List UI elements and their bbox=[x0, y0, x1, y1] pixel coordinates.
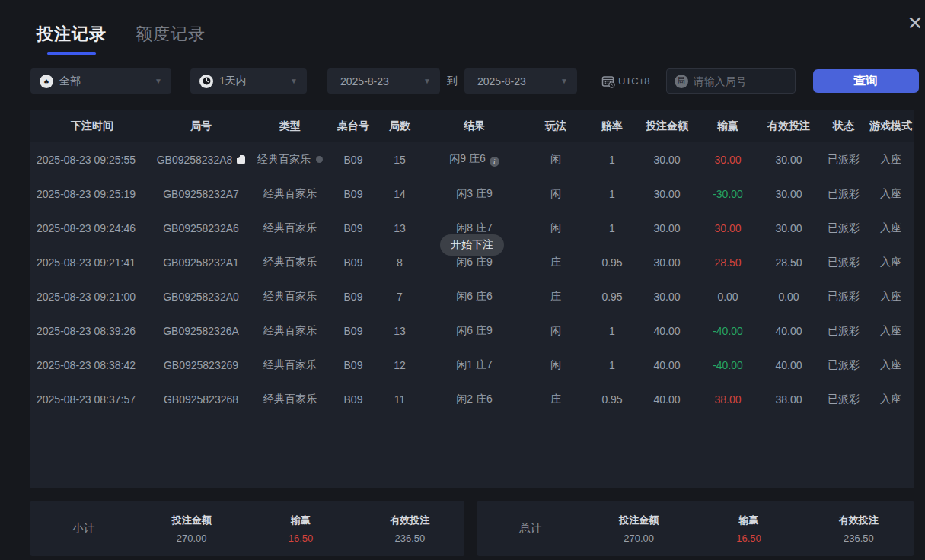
odds: 0.95 bbox=[588, 245, 636, 279]
to-label: 到 bbox=[447, 75, 458, 88]
chevron-down-icon: ▼ bbox=[155, 77, 162, 85]
result-cell: 闲6 庄6i bbox=[425, 279, 524, 313]
game-type-cell: 经典百家乐 bbox=[248, 245, 332, 279]
table-body: 2025-08-23 09:25:55 GB09258232A8 经典百家乐 B… bbox=[30, 142, 914, 416]
win-loss: 28.50 bbox=[697, 245, 758, 279]
win-loss: -30.00 bbox=[697, 177, 758, 211]
valid-bet: 0.00 bbox=[758, 279, 819, 313]
game-mode: 入座 bbox=[868, 382, 914, 416]
date-to-picker[interactable]: 2025-8-23 ▼ bbox=[464, 68, 577, 94]
filter-bar: ♠ 全部 ▼ 1天内 ▼ 2025-8-23 ▼ 到 2025-8-23 ▼ U… bbox=[30, 68, 919, 94]
round-id: GB0925823269 bbox=[164, 359, 238, 371]
result: 闲6 庄6 bbox=[456, 290, 492, 302]
valid-bet: 28.50 bbox=[758, 245, 819, 279]
round-number-input[interactable] bbox=[694, 75, 785, 88]
search-button[interactable]: 查询 bbox=[813, 69, 919, 93]
odds: 1 bbox=[588, 211, 636, 245]
result-cell: 闲2 庄6i bbox=[425, 382, 524, 416]
result: 闲2 庄6 bbox=[456, 393, 492, 405]
bet-time: 2025-08-23 09:25:55 bbox=[30, 142, 154, 177]
table-header: 下注时间局号类型桌台号局数结果玩法赔率投注金额输赢有效投注状态游戏模式 bbox=[30, 110, 914, 142]
game-type-cell: 经典百家乐 bbox=[248, 211, 332, 245]
bet-amount: 30.00 bbox=[636, 177, 697, 211]
play-type: 闲 bbox=[524, 211, 588, 245]
win-loss: -40.00 bbox=[697, 313, 758, 348]
game-mode: 入座 bbox=[868, 245, 914, 279]
column-header: 玩法 bbox=[524, 110, 588, 142]
valid-bet: 30.00 bbox=[758, 211, 819, 245]
close-icon[interactable]: ✕ bbox=[904, 12, 925, 33]
win-loss: -40.00 bbox=[697, 348, 758, 382]
bet-time: 2025-08-23 08:38:42 bbox=[30, 348, 154, 382]
game-type-cell: 经典百家乐 bbox=[248, 142, 332, 177]
info-icon[interactable]: i bbox=[490, 157, 499, 167]
odds: 0.95 bbox=[588, 279, 636, 313]
round-id: GB09258232A1 bbox=[163, 256, 239, 269]
game-mode: 入座 bbox=[868, 313, 914, 348]
round-count: 13 bbox=[375, 313, 425, 348]
status: 已派彩 bbox=[819, 279, 868, 313]
column-header: 下注时间 bbox=[30, 110, 154, 142]
subtotal-valid-bet: 有效投注 236.50 bbox=[356, 514, 464, 544]
bet-time: 2025-08-23 08:37:57 bbox=[30, 382, 154, 416]
status: 已派彩 bbox=[819, 313, 868, 348]
round-id-cell: GB09258232A1 bbox=[154, 245, 248, 279]
round-number-field[interactable]: 局 bbox=[666, 68, 796, 94]
status: 已派彩 bbox=[819, 245, 868, 279]
round-count: 7 bbox=[375, 279, 425, 313]
subtotal-card: 小计 投注金额 270.00 输赢 16.50 有效投注 236.50 bbox=[30, 501, 464, 556]
game-mode: 入座 bbox=[868, 177, 914, 211]
game-type: 经典百家乐 bbox=[263, 393, 317, 405]
column-header: 赔率 bbox=[588, 110, 636, 142]
calendar-clock-icon bbox=[601, 74, 616, 89]
game-type-cell: 经典百家乐 bbox=[248, 313, 332, 348]
column-header: 类型 bbox=[248, 110, 332, 142]
win-loss: 30.00 bbox=[697, 211, 758, 245]
game-type-dropdown[interactable]: ♠ 全部 ▼ bbox=[30, 68, 171, 94]
table-number: B09 bbox=[332, 245, 375, 279]
game-type: 经典百家乐 bbox=[263, 290, 317, 302]
game-type-value: 全部 bbox=[59, 75, 81, 88]
game-mode: 入座 bbox=[868, 279, 914, 313]
game-type: 经典百家乐 bbox=[263, 324, 317, 336]
odds: 1 bbox=[588, 142, 636, 177]
tab-quota-records[interactable]: 额度记录 bbox=[136, 23, 206, 55]
bet-amount: 40.00 bbox=[636, 382, 697, 416]
status: 已派彩 bbox=[819, 348, 868, 382]
column-header: 输赢 bbox=[697, 110, 758, 142]
round-count: 14 bbox=[375, 177, 425, 211]
time-range-dropdown[interactable]: 1天内 ▼ bbox=[190, 68, 307, 94]
valid-bet: 40.00 bbox=[758, 348, 819, 382]
odds: 0.95 bbox=[588, 382, 636, 416]
round-id-cell: GB09258232A7 bbox=[154, 177, 248, 211]
round-id: GB09258232A0 bbox=[163, 291, 239, 303]
result: 闲9 庄6 bbox=[449, 152, 485, 164]
timezone-indicator: UTC+8 bbox=[601, 74, 650, 89]
play-type: 闲 bbox=[524, 142, 588, 177]
copy-icon[interactable] bbox=[237, 155, 245, 164]
round-id-cell: GB0925823268 bbox=[154, 382, 248, 416]
tab-bet-records[interactable]: 投注记录 bbox=[37, 23, 107, 55]
table-number: B09 bbox=[332, 313, 375, 348]
game-type: 经典百家乐 bbox=[263, 187, 317, 199]
column-header: 有效投注 bbox=[758, 110, 819, 142]
tab-bar: 投注记录 额度记录 bbox=[37, 23, 206, 55]
valid-bet: 38.00 bbox=[758, 382, 819, 416]
play-type: 庄 bbox=[524, 245, 588, 279]
bet-time: 2025-08-23 08:39:26 bbox=[30, 313, 154, 348]
valid-bet: 30.00 bbox=[758, 177, 819, 211]
status: 已派彩 bbox=[819, 211, 868, 245]
round-id: GB0925823268 bbox=[164, 393, 238, 406]
chevron-down-icon: ▼ bbox=[290, 77, 298, 85]
round-id: GB092582326A bbox=[163, 325, 239, 337]
time-range-value: 1天内 bbox=[219, 75, 247, 88]
table-row: 2025-08-23 09:25:19 GB09258232A7 经典百家乐 B… bbox=[30, 177, 914, 211]
round-id-cell: GB09258232A8 bbox=[154, 142, 248, 177]
game-type: 经典百家乐 bbox=[263, 256, 317, 268]
column-header: 局数 bbox=[375, 110, 425, 142]
bet-time: 2025-08-23 09:21:41 bbox=[30, 245, 154, 279]
game-type: 经典百家乐 bbox=[257, 153, 311, 165]
date-from-picker[interactable]: 2025-8-23 ▼ bbox=[327, 68, 440, 94]
spade-icon: ♠ bbox=[40, 75, 53, 88]
table-number: B09 bbox=[332, 177, 375, 211]
